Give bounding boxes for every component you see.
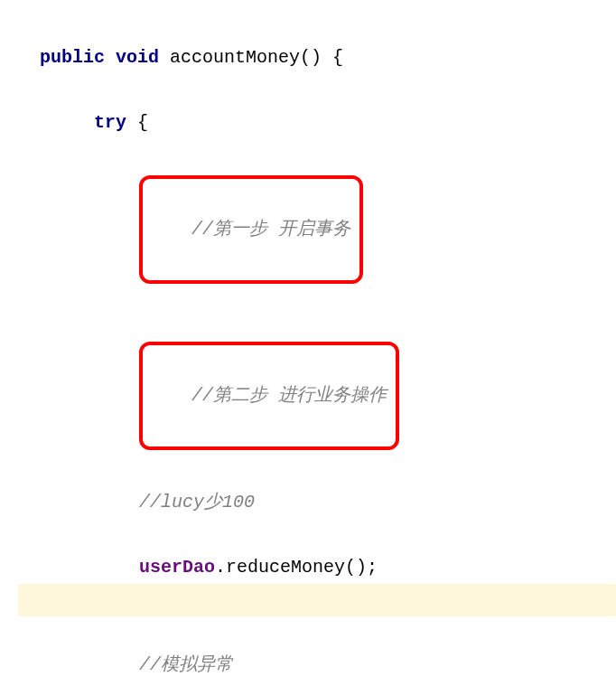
code-line-comment-mock: //模拟异常 <box>18 616 616 681</box>
comment-step2: //第二步 进行业务操作 <box>191 385 387 406</box>
highlighted-comment-wrapper-2: //第二步 进行业务操作 <box>18 305 616 454</box>
method-name: accountMoney <box>159 47 300 68</box>
comment-step1: //第一步 开启事务 <box>191 219 350 240</box>
obj-userdao: userDao <box>139 557 215 578</box>
code-line-int-division: int i = 10/0; <box>18 681 616 686</box>
call-end: (); <box>345 557 378 578</box>
blank-line <box>18 287 616 305</box>
brace: { <box>322 47 343 68</box>
try-brace: { <box>126 112 148 133</box>
comment-mock-exception: //模拟异常 <box>139 654 233 675</box>
keyword-public: public <box>40 47 105 68</box>
keyword-void: void <box>116 47 159 68</box>
code-line-reduce-money: userDao.reduceMoney(); <box>18 519 616 584</box>
highlighted-blank-line <box>18 584 616 616</box>
code-line-comment-lucy: //lucy少100 <box>18 454 616 519</box>
red-box-step1: //第一步 开启事务 <box>139 175 363 284</box>
code-line-method-signature: public void accountMoney() { <box>18 9 616 74</box>
keyword-try: try <box>94 112 126 133</box>
code-line-try: try { <box>18 74 616 139</box>
method-reduce: reduceMoney <box>226 557 345 578</box>
highlighted-comment-wrapper-1: //第一步 开启事务 <box>18 139 616 287</box>
red-box-step2: //第二步 进行业务操作 <box>139 342 399 450</box>
comment-lucy: //lucy少100 <box>139 492 255 512</box>
dot: . <box>215 557 226 578</box>
parens: () <box>300 47 322 68</box>
